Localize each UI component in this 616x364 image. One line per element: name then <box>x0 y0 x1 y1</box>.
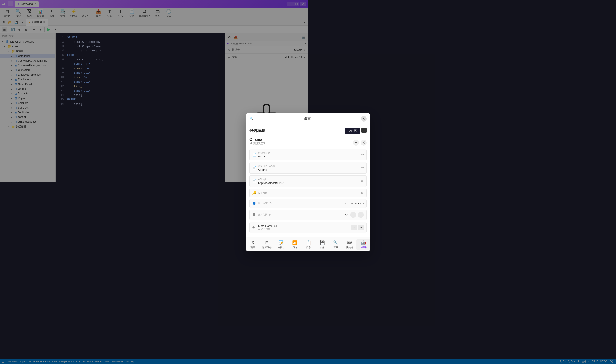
field-api-address: 📄 API 地址 http://localhost:11434 ✏ <box>249 175 308 182</box>
field-api-address-icon: 📄 <box>252 179 257 182</box>
provider-subtitle: AI 模型供应商 <box>249 142 265 145</box>
modal-header: 🔍 设置 ✕ <box>246 113 308 125</box>
field-display-name-value: Ollama <box>258 168 308 171</box>
modal-section-title: 候选模型 <box>249 128 265 133</box>
field-api-address-value: http://localhost:11434 <box>258 181 308 182</box>
modal-search-icon: 🔍 <box>249 117 254 121</box>
field-supplier-name: 📄 供应商名称 ollama ✏ <box>249 149 308 160</box>
field-display-name-content: 供应商显示名称 Ollama <box>258 165 308 171</box>
provider-header: Ollama AI 模型供应商 + ✕ <box>249 137 308 148</box>
provider-section: Ollama AI 模型供应商 + ✕ 📄 供应商名称 ollama ✏ <box>246 135 308 182</box>
field-supplier-name-value: ollama <box>258 155 308 158</box>
field-supplier-name-label: 供应商名称 <box>258 151 308 155</box>
settings-modal: 🔍 设置 ✕ 候选模型 + AI 模型 ▾ Olla <box>246 113 308 182</box>
field-supplier-name-icon: 📄 <box>252 153 257 156</box>
field-display-name: 📄 供应商显示名称 Ollama ✏ <box>249 162 308 174</box>
field-supplier-name-content: 供应商名称 ollama <box>258 151 308 158</box>
modal-body: 候选模型 + AI 模型 ▾ Ollama AI 模型供应商 + <box>246 125 308 182</box>
field-display-name-icon: 📄 <box>252 166 257 170</box>
modal-section-header: 候选模型 + AI 模型 ▾ <box>246 125 308 135</box>
field-api-address-content: API 地址 http://localhost:11434 <box>258 178 308 182</box>
provider-name: Ollama <box>249 137 265 142</box>
field-api-address-label: API 地址 <box>258 178 308 181</box>
settings-modal-overlay[interactable]: 🔍 设置 ✕ 候选模型 + AI 模型 ▾ Olla <box>0 0 308 182</box>
modal-title: 设置 <box>256 117 308 121</box>
field-display-name-label: 供应商显示名称 <box>258 165 308 168</box>
